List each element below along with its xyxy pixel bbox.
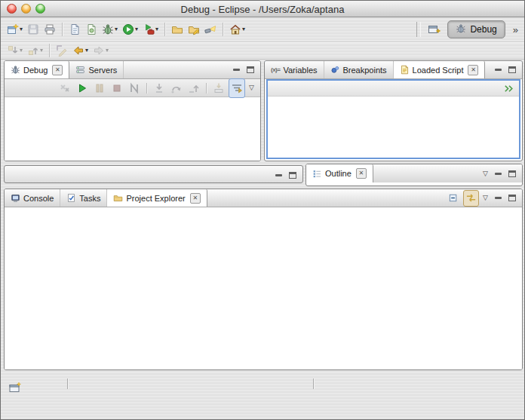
editor-strip-header (5, 166, 302, 183)
loaded-script-toolbar (268, 81, 519, 97)
refresh-scripts-button[interactable] (502, 79, 516, 97)
maximize-editor-button[interactable] (287, 170, 299, 180)
save-button[interactable] (26, 20, 41, 38)
open-perspective-icon (428, 23, 441, 35)
perspective-bar-handle[interactable] (416, 22, 421, 37)
dropdown-arrow-icon: ▾ (135, 26, 138, 32)
view-menu-icon[interactable]: ▽ (481, 195, 490, 201)
project-explorer-content[interactable] (5, 207, 522, 370)
external-tools-button[interactable]: ▾ (141, 20, 160, 38)
terminate-button[interactable] (109, 79, 124, 97)
open-file-button[interactable] (84, 20, 99, 38)
dropdown-arrow-icon: ▾ (242, 26, 245, 32)
collapse-all-icon (448, 192, 459, 204)
step-into-icon (153, 82, 165, 94)
suspend-button[interactable] (92, 79, 107, 97)
new-wizard-icon (7, 23, 19, 35)
open-resource-button[interactable] (170, 20, 185, 38)
dropdown-arrow-icon: ▾ (106, 48, 109, 54)
tab-project-explorer-label: Project Explorer (126, 194, 185, 203)
tab-servers[interactable]: Servers (69, 61, 124, 78)
perspective-debug-button[interactable]: Debug (447, 20, 505, 38)
link-with-editor-toggle[interactable] (463, 190, 479, 207)
tab-console-label: Console (23, 194, 54, 203)
step-over-icon (170, 82, 183, 94)
tab-tasks-label: Tasks (79, 194, 100, 203)
new-project-button[interactable] (67, 20, 82, 38)
toolbar-overflow-chevron[interactable]: » (513, 24, 518, 35)
tab-project-explorer[interactable]: Project Explorer ✕ (107, 189, 207, 207)
maximize-view-button[interactable] (506, 168, 518, 179)
tab-tasks[interactable]: Tasks (60, 189, 107, 207)
perspective-debug-label: Debug (470, 24, 496, 35)
loaded-script-content (266, 79, 520, 159)
tab-debug[interactable]: Debug ✕ (5, 61, 69, 78)
maximize-view-button[interactable] (244, 65, 256, 75)
collapse-all-button[interactable] (447, 191, 461, 206)
forward-button[interactable]: ▾ (91, 43, 110, 58)
project-explorer-folder-icon (113, 193, 123, 203)
view-menu-icon[interactable]: ▽ (247, 84, 256, 91)
open-perspective-button[interactable] (426, 20, 443, 38)
fast-view-button[interactable] (8, 381, 23, 394)
maximize-view-button[interactable] (506, 193, 518, 204)
debug-view-content[interactable] (5, 97, 260, 161)
open-type-button[interactable] (186, 20, 201, 38)
new-project-icon (69, 23, 81, 35)
tab-loaded-script[interactable]: Loaded Script ✕ (394, 61, 486, 78)
toolbar-bottom-rule (1, 59, 524, 60)
minimize-window-button[interactable] (21, 4, 31, 14)
use-step-filters-toggle[interactable] (229, 78, 245, 98)
step-into-button[interactable] (152, 79, 167, 97)
folder-edit-icon (188, 23, 200, 35)
next-annotation-button[interactable]: ▾ (5, 43, 24, 58)
dropdown-arrow-icon: ▾ (40, 48, 43, 54)
save-icon (27, 23, 39, 35)
titlebar[interactable]: Debug - Eclipse - /Users/Zoka/aptana (1, 1, 524, 17)
search-button[interactable] (203, 20, 218, 38)
close-tab-icon[interactable]: ✕ (52, 65, 63, 75)
minimize-view-button[interactable] (230, 65, 242, 75)
drop-to-frame-button[interactable] (211, 79, 226, 97)
resume-button[interactable] (75, 79, 90, 97)
zoom-window-button[interactable] (35, 4, 45, 14)
close-tab-icon[interactable]: ✕ (190, 193, 201, 204)
debug-view-panel: Debug ✕ Servers (4, 60, 261, 161)
step-return-button[interactable] (186, 79, 201, 97)
debug-launch-button[interactable]: ▾ (100, 20, 119, 38)
back-button[interactable]: ▾ (71, 43, 90, 58)
tab-variables[interactable]: (x)= Variables (265, 61, 324, 78)
web-browser-button[interactable]: ▾ (228, 20, 247, 38)
new-wizard-button[interactable]: ▾ (5, 20, 24, 38)
refresh-icon (503, 83, 514, 94)
print-icon (44, 23, 56, 35)
toolbar-separator (164, 23, 165, 36)
run-button[interactable]: ▾ (121, 20, 140, 38)
eclipse-window: Debug - Eclipse - /Users/Zoka/aptana ▾ (0, 0, 525, 420)
loaded-script-panel: (x)= Variables Breakpoints Loaded Script… (264, 60, 523, 161)
minimize-view-button[interactable] (492, 193, 504, 204)
minimize-view-button[interactable] (492, 168, 504, 179)
minimize-view-button[interactable] (492, 65, 504, 75)
loaded-script-empty-area[interactable] (268, 97, 519, 158)
tab-servers-label: Servers (88, 66, 117, 75)
maximize-view-button[interactable] (506, 65, 518, 75)
step-over-button[interactable] (169, 79, 184, 97)
minimize-editor-button[interactable] (272, 170, 284, 180)
close-window-button[interactable] (7, 4, 17, 14)
script-icon (400, 65, 410, 75)
close-tab-icon[interactable]: ✕ (356, 168, 367, 179)
last-edit-location-button[interactable] (54, 43, 69, 58)
previous-annotation-button[interactable]: ▾ (26, 43, 45, 58)
print-button[interactable] (42, 20, 57, 38)
close-tab-icon[interactable]: ✕ (468, 65, 478, 75)
remove-terminated-button[interactable] (57, 79, 72, 97)
navigation-toolbar: ▾ ▾ ▾ ▾ (1, 41, 524, 59)
tab-breakpoints[interactable]: Breakpoints (324, 61, 394, 78)
view-menu-icon[interactable]: ▽ (481, 170, 490, 177)
step-filters-icon (231, 82, 243, 94)
disconnect-button[interactable] (127, 79, 142, 97)
link-with-editor-icon (465, 192, 477, 204)
tab-console[interactable]: Console (5, 189, 60, 207)
tab-outline[interactable]: Outline ✕ (306, 164, 373, 182)
